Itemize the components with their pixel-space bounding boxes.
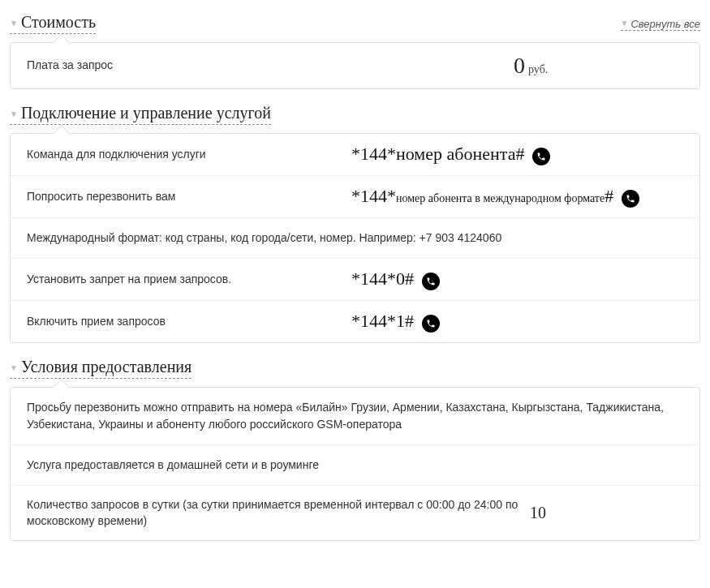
row-intl-format: Международный формат: код страны, код го… xyxy=(11,217,699,258)
row-roaming: Услуга предоставляется в домашней сети и… xyxy=(11,444,699,485)
ussd-prefix: *144* xyxy=(351,186,396,206)
phone-icon[interactable] xyxy=(422,315,440,333)
row-limit: Количество запросов в сутки (за сутки пр… xyxy=(11,485,699,540)
callback-code: *144*номер абонента в международном форм… xyxy=(351,187,613,205)
collapse-all-text: Свернуть все xyxy=(630,18,700,30)
phone-icon[interactable] xyxy=(532,148,550,165)
section-title-text: Условия предоставления xyxy=(21,358,191,376)
chevron-down-icon: ▼ xyxy=(10,109,18,118)
chevron-down-icon: ▼ xyxy=(621,19,629,28)
ussd-suffix: # xyxy=(515,144,524,164)
callback-label: Попросить перезвонить вам xyxy=(27,189,351,205)
fee-value: 0 xyxy=(514,54,525,77)
row-block: Установить запрет на прием запросов. *14… xyxy=(11,258,699,300)
limit-value: 10 xyxy=(530,504,683,522)
block-label: Установить запрет на прием запросов. xyxy=(27,272,351,288)
phone-icon[interactable] xyxy=(422,273,440,290)
ussd-var: номер абонента xyxy=(396,144,515,164)
panel-connect: Команда для подключения услуги *144*номе… xyxy=(10,133,700,343)
section-title-text: Подключение и управление услугой xyxy=(21,104,271,122)
block-code: *144*0# xyxy=(351,270,414,288)
limit-label: Количество запросов в сутки (за сутки пр… xyxy=(27,497,530,529)
ussd-prefix: *144* xyxy=(351,144,396,164)
row-fee: Плата за запрос 0 руб. xyxy=(11,43,699,88)
phone-icon[interactable] xyxy=(622,190,639,208)
row-unblock: Включить прием запросов *144*1# xyxy=(11,300,699,342)
row-cmd: Команда для подключения услуги *144*номе… xyxy=(11,134,699,175)
section-title-cost[interactable]: ▼ Стоимость xyxy=(10,13,96,34)
panel-terms: Просьбу перезвонить можно отправить на н… xyxy=(10,387,700,541)
chevron-down-icon: ▼ xyxy=(10,363,18,372)
row-countries: Просьбу перезвонить можно отправить на н… xyxy=(11,388,699,444)
fee-label: Плата за запрос xyxy=(27,58,351,74)
section-title-text: Стоимость xyxy=(21,13,96,32)
unblock-code: *144*1# xyxy=(351,312,414,330)
ussd-var: номер абонента в международном формате xyxy=(396,192,605,204)
unblock-label: Включить прием запросов xyxy=(27,314,351,330)
cmd-code: *144*номер абонента# xyxy=(351,145,524,163)
collapse-all-link[interactable]: ▼ Свернуть все xyxy=(621,18,700,31)
panel-cost: Плата за запрос 0 руб. xyxy=(10,42,700,89)
section-title-terms[interactable]: ▼ Условия предоставления xyxy=(10,358,191,379)
fee-unit: руб. xyxy=(528,63,548,76)
ussd-suffix: # xyxy=(605,186,613,206)
cmd-label: Команда для подключения услуги xyxy=(27,147,351,163)
section-title-connect[interactable]: ▼ Подключение и управление услугой xyxy=(10,104,271,125)
chevron-down-icon: ▼ xyxy=(10,19,18,28)
row-callback: Попросить перезвонить вам *144*номер або… xyxy=(11,175,699,217)
